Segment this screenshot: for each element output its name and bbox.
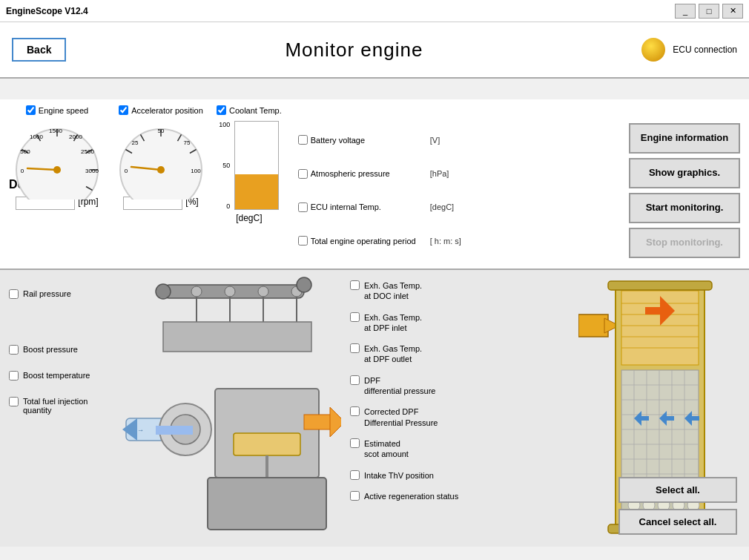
svg-text:500: 500 [20, 148, 30, 155]
sensors-panel: Battery voltage [V] Atmospheric pressure… [298, 123, 621, 258]
atmospheric-label: Atmospheric pressure [311, 169, 390, 178]
rail-pressure-row: Rail pressure [9, 289, 110, 299]
boost-temp-checkbox[interactable] [9, 371, 19, 381]
active-regen-label: Active regeneration status [364, 491, 458, 501]
header: Back Monitor engine ECU connection [0, 22, 749, 79]
battery-label: Battery voltage [311, 136, 365, 145]
window-controls[interactable]: _ □ ✕ [675, 4, 743, 19]
corr-dpf-checkbox[interactable] [350, 406, 360, 416]
svg-text:50: 50 [158, 128, 165, 134]
select-all-button[interactable]: Select all. [618, 477, 737, 503]
dpf-diff-label: DPFdifferential pressure [364, 375, 435, 397]
ecu-label: ECU connection [673, 45, 737, 55]
fuel-inject-label: Total fuel injection quantity [23, 397, 110, 415]
boost-pressure-label: Boost pressure [23, 345, 78, 354]
minimize-button[interactable]: _ [675, 4, 696, 19]
active-regen-checkbox[interactable] [350, 491, 360, 501]
intake-thv-checkbox[interactable] [350, 470, 360, 480]
accelerator-check-row: Accelerator position [119, 105, 203, 115]
bottom-right-sensors: Exh. Gas Temp.at DOC inlet Exh. Gas Temp… [341, 270, 578, 547]
show-graphics-button[interactable]: Show graphics. [629, 158, 740, 188]
svg-text:1500: 1500 [49, 128, 62, 134]
engine-speed-dial: 0 500 1000 1500 2000 2500 3000 [9, 118, 105, 192]
boost-temp-label: Boost temperature [23, 371, 90, 380]
exh-dpf-out-row: Exh. Gas Temp.at DPF outlet [350, 343, 570, 365]
exh-dpf-in-label: Exh. Gas Temp.at DPF inlet [364, 312, 422, 334]
svg-point-16 [53, 166, 61, 174]
battery-checkbox[interactable] [298, 135, 308, 145]
rail-pressure-checkbox[interactable] [9, 289, 19, 299]
engine-speed-label: Engine speed [39, 106, 88, 115]
boost-pressure-checkbox[interactable] [9, 345, 19, 355]
active-regen-row: Active regeneration status [350, 491, 570, 501]
engine-period-unit: [ h: m: s] [430, 237, 475, 246]
coolant-unit: [degC] [236, 213, 262, 223]
bar-scale-100: 100 [219, 121, 230, 128]
svg-rect-93 [608, 281, 712, 290]
page-title: Monitor engine [66, 39, 641, 62]
svg-point-33 [225, 286, 235, 297]
svg-point-31 [156, 284, 171, 299]
exh-doc-row: Exh. Gas Temp.at DOC inlet [350, 280, 570, 302]
svg-text:2500: 2500 [81, 148, 94, 155]
svg-point-0 [16, 129, 98, 200]
svg-rect-53 [304, 415, 334, 429]
ecu-temp-row: ECU internal Temp. [degC] [298, 202, 621, 212]
svg-marker-54 [330, 407, 341, 437]
svg-rect-66 [621, 370, 699, 481]
bottom-action-buttons: Select all. Cancel select all. [618, 477, 737, 535]
accelerator-label: Accelerator position [131, 106, 203, 115]
svg-point-36 [297, 277, 311, 292]
svg-rect-52 [208, 478, 326, 530]
corr-dpf-label: Corrected DPFDifferential Pressure [364, 406, 438, 428]
boost-pressure-row: Boost pressure [9, 345, 110, 355]
ecu-temp-checkbox[interactable] [298, 202, 308, 212]
coolant-bar-fill [235, 174, 278, 209]
coolant-checkbox[interactable] [217, 105, 226, 115]
svg-point-29 [157, 166, 165, 174]
bar-scale-50: 50 [219, 162, 230, 169]
engine-speed-checkbox[interactable] [26, 105, 36, 115]
dpf-diff-row: DPFdifferential pressure [350, 375, 570, 397]
svg-text:0: 0 [125, 168, 128, 174]
buttons-panel: Engine information Show graphics. Start … [629, 123, 740, 258]
accelerator-dial: 0 25 50 75 100 [113, 118, 209, 192]
bottom-left-panel: Rail pressure Boost pressure Boost tempe… [0, 270, 119, 547]
atmospheric-checkbox[interactable] [298, 169, 308, 179]
fuel-inject-checkbox[interactable] [9, 397, 19, 406]
intake-thv-row: Intake ThV position [350, 470, 570, 481]
accelerator-svg: 0 25 50 75 100 [113, 118, 209, 200]
accelerator-checkbox[interactable] [119, 105, 128, 115]
svg-text:3000: 3000 [85, 168, 99, 174]
svg-point-34 [258, 286, 268, 297]
engine-diagram-svg: → [119, 270, 341, 544]
bar-scale-0: 0 [219, 202, 230, 210]
maximize-button[interactable]: □ [699, 4, 719, 19]
ecu-temp-label: ECU internal Temp. [311, 202, 381, 211]
top-panel: D04CJ Engine speed [0, 99, 749, 270]
coolant-check-row: Coolant Temp. [217, 105, 282, 115]
back-button[interactable]: Back [12, 38, 66, 62]
stop-monitoring-button[interactable]: Stop monitoring. [629, 228, 740, 258]
close-button[interactable]: ✕ [722, 4, 743, 19]
engine-period-label: Total engine operating period [311, 237, 416, 246]
exh-doc-checkbox[interactable] [350, 280, 360, 290]
exh-dpf-in-row: Exh. Gas Temp.at DPF inlet [350, 312, 570, 334]
svg-rect-55 [156, 426, 193, 435]
svg-text:→: → [137, 426, 144, 434]
dpf-diff-checkbox[interactable] [350, 375, 360, 385]
atmospheric-unit: [hPa] [430, 169, 475, 178]
app-title: EngineScope V12.4 [6, 6, 88, 16]
est-scoot-label: Estimatedscot amount [364, 438, 409, 460]
engine-info-button[interactable]: Engine information [629, 123, 740, 154]
engine-speed-check-row: Engine speed [26, 105, 88, 115]
exh-dpf-in-checkbox[interactable] [350, 312, 360, 322]
start-monitoring-button[interactable]: Start monitoring. [629, 193, 740, 223]
intake-thv-label: Intake ThV position [364, 470, 434, 481]
est-scoot-checkbox[interactable] [350, 438, 360, 448]
cancel-select-button[interactable]: Cancel select all. [618, 509, 737, 535]
exh-dpf-out-checkbox[interactable] [350, 343, 360, 353]
coolant-label: Coolant Temp. [229, 106, 282, 115]
bottom-panel: Rail pressure Boost pressure Boost tempe… [0, 270, 749, 547]
engine-period-checkbox[interactable] [298, 236, 308, 246]
